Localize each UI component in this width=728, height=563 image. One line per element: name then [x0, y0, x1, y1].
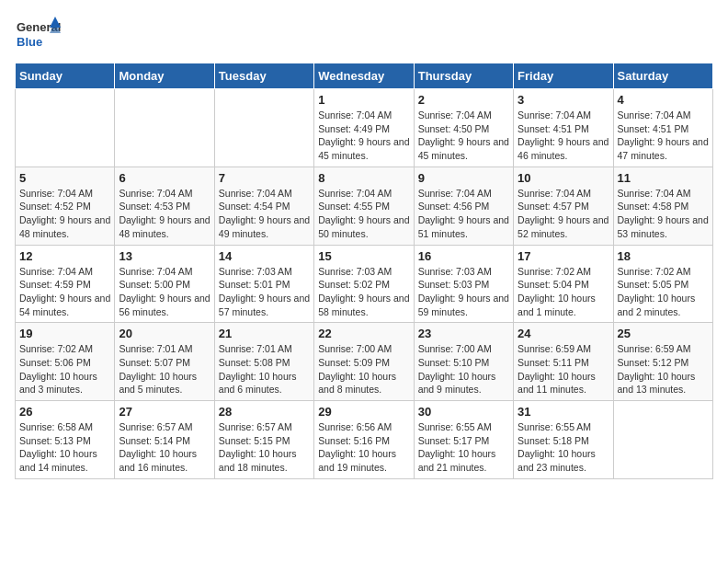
day-number: 21	[219, 327, 310, 340]
day-number: 25	[618, 327, 709, 340]
calendar-week-row: 26 Sunrise: 6:58 AM Sunset: 5:13 PM Dayl…	[16, 401, 713, 479]
day-detail: Sunrise: 7:04 AM Sunset: 4:56 PM Dayligh…	[418, 187, 509, 241]
day-number: 27	[119, 405, 210, 419]
calendar-cell: 20 Sunrise: 7:01 AM Sunset: 5:07 PM Dayl…	[115, 323, 214, 401]
calendar-cell: 14 Sunrise: 7:03 AM Sunset: 5:01 PM Dayl…	[214, 245, 313, 323]
day-number: 13	[119, 249, 210, 263]
day-detail: Sunrise: 7:04 AM Sunset: 4:51 PM Dayligh…	[518, 109, 609, 163]
day-number: 7	[219, 171, 310, 185]
day-number: 2	[418, 93, 509, 107]
calendar-cell: 27 Sunrise: 6:57 AM Sunset: 5:14 PM Dayl…	[115, 401, 214, 479]
weekday-header: Wednesday	[314, 63, 414, 89]
calendar-cell: 16 Sunrise: 7:03 AM Sunset: 5:03 PM Dayl…	[414, 245, 513, 323]
day-detail: Sunrise: 7:01 AM Sunset: 5:08 PM Dayligh…	[219, 342, 310, 396]
day-detail: Sunrise: 7:04 AM Sunset: 4:58 PM Dayligh…	[618, 187, 709, 241]
calendar-cell: 5 Sunrise: 7:04 AM Sunset: 4:52 PM Dayli…	[16, 167, 115, 245]
calendar-table: SundayMondayTuesdayWednesdayThursdayFrid…	[15, 63, 713, 479]
day-detail: Sunrise: 7:04 AM Sunset: 4:49 PM Dayligh…	[318, 109, 409, 163]
day-detail: Sunrise: 7:04 AM Sunset: 4:54 PM Dayligh…	[219, 187, 310, 241]
day-detail: Sunrise: 7:00 AM Sunset: 5:10 PM Dayligh…	[418, 342, 509, 396]
day-detail: Sunrise: 7:02 AM Sunset: 5:06 PM Dayligh…	[19, 342, 110, 396]
day-number: 4	[618, 93, 709, 107]
calendar-cell: 25 Sunrise: 6:59 AM Sunset: 5:12 PM Dayl…	[613, 323, 712, 401]
calendar-cell: 26 Sunrise: 6:58 AM Sunset: 5:13 PM Dayl…	[16, 401, 115, 479]
day-number: 8	[318, 171, 409, 185]
day-detail: Sunrise: 6:55 AM Sunset: 5:18 PM Dayligh…	[518, 420, 609, 475]
day-detail: Sunrise: 7:03 AM Sunset: 5:03 PM Dayligh…	[418, 265, 509, 319]
calendar-cell: 24 Sunrise: 6:59 AM Sunset: 5:11 PM Dayl…	[514, 323, 613, 401]
day-number: 24	[518, 327, 609, 340]
logo-svg: General Blue	[15, 15, 61, 52]
calendar-cell: 19 Sunrise: 7:02 AM Sunset: 5:06 PM Dayl…	[16, 323, 115, 401]
day-number: 22	[318, 327, 409, 340]
calendar-week-row: 5 Sunrise: 7:04 AM Sunset: 4:52 PM Dayli…	[16, 167, 713, 245]
weekday-header: Saturday	[613, 63, 712, 89]
day-detail: Sunrise: 6:55 AM Sunset: 5:17 PM Dayligh…	[418, 420, 509, 475]
day-detail: Sunrise: 7:04 AM Sunset: 4:57 PM Dayligh…	[518, 187, 609, 241]
day-detail: Sunrise: 6:57 AM Sunset: 5:15 PM Dayligh…	[219, 420, 310, 475]
day-detail: Sunrise: 7:04 AM Sunset: 4:51 PM Dayligh…	[618, 109, 709, 163]
day-number: 31	[518, 405, 609, 419]
day-number: 15	[318, 249, 409, 263]
calendar-cell: 21 Sunrise: 7:01 AM Sunset: 5:08 PM Dayl…	[214, 323, 313, 401]
calendar-cell: 6 Sunrise: 7:04 AM Sunset: 4:53 PM Dayli…	[115, 167, 214, 245]
day-detail: Sunrise: 7:04 AM Sunset: 4:52 PM Dayligh…	[19, 187, 110, 241]
day-detail: Sunrise: 7:03 AM Sunset: 5:02 PM Dayligh…	[318, 265, 409, 319]
calendar-header-row: SundayMondayTuesdayWednesdayThursdayFrid…	[16, 63, 713, 89]
calendar-cell: 28 Sunrise: 6:57 AM Sunset: 5:15 PM Dayl…	[214, 401, 313, 479]
day-detail: Sunrise: 7:03 AM Sunset: 5:01 PM Dayligh…	[219, 265, 310, 319]
calendar-cell	[214, 89, 313, 167]
calendar-cell: 12 Sunrise: 7:04 AM Sunset: 4:59 PM Dayl…	[16, 245, 115, 323]
day-number: 16	[418, 249, 509, 263]
calendar-cell: 29 Sunrise: 6:56 AM Sunset: 5:16 PM Dayl…	[314, 401, 414, 479]
calendar-cell: 18 Sunrise: 7:02 AM Sunset: 5:05 PM Dayl…	[613, 245, 712, 323]
day-number: 17	[518, 249, 609, 263]
day-number: 6	[119, 171, 210, 185]
day-number: 30	[418, 405, 509, 419]
day-number: 3	[518, 93, 609, 107]
day-detail: Sunrise: 6:57 AM Sunset: 5:14 PM Dayligh…	[119, 420, 210, 475]
calendar-cell: 17 Sunrise: 7:02 AM Sunset: 5:04 PM Dayl…	[514, 245, 613, 323]
day-detail: Sunrise: 7:02 AM Sunset: 5:05 PM Dayligh…	[618, 265, 709, 319]
day-number: 29	[318, 405, 409, 419]
day-detail: Sunrise: 6:59 AM Sunset: 5:12 PM Dayligh…	[618, 342, 709, 396]
day-detail: Sunrise: 7:02 AM Sunset: 5:04 PM Dayligh…	[518, 265, 609, 319]
weekday-header: Friday	[514, 63, 613, 89]
day-number: 14	[219, 249, 310, 263]
page-header: General Blue	[15, 15, 713, 52]
day-number: 11	[618, 171, 709, 185]
day-number: 23	[418, 327, 509, 340]
calendar-cell: 3 Sunrise: 7:04 AM Sunset: 4:51 PM Dayli…	[514, 89, 613, 167]
calendar-cell: 15 Sunrise: 7:03 AM Sunset: 5:02 PM Dayl…	[314, 245, 414, 323]
calendar-cell	[115, 89, 214, 167]
day-detail: Sunrise: 6:59 AM Sunset: 5:11 PM Dayligh…	[518, 342, 609, 396]
calendar-cell: 23 Sunrise: 7:00 AM Sunset: 5:10 PM Dayl…	[414, 323, 513, 401]
calendar-cell: 2 Sunrise: 7:04 AM Sunset: 4:50 PM Dayli…	[414, 89, 513, 167]
day-number: 28	[219, 405, 310, 419]
day-detail: Sunrise: 7:04 AM Sunset: 4:55 PM Dayligh…	[318, 187, 409, 241]
calendar-cell: 13 Sunrise: 7:04 AM Sunset: 5:00 PM Dayl…	[115, 245, 214, 323]
calendar-cell: 8 Sunrise: 7:04 AM Sunset: 4:55 PM Dayli…	[314, 167, 414, 245]
day-number: 5	[19, 171, 110, 185]
day-number: 18	[618, 249, 709, 263]
calendar-cell: 22 Sunrise: 7:00 AM Sunset: 5:09 PM Dayl…	[314, 323, 414, 401]
day-detail: Sunrise: 7:04 AM Sunset: 4:53 PM Dayligh…	[119, 187, 210, 241]
day-number: 10	[518, 171, 609, 185]
day-detail: Sunrise: 6:56 AM Sunset: 5:16 PM Dayligh…	[318, 420, 409, 475]
weekday-header: Monday	[115, 63, 214, 89]
calendar-cell: 9 Sunrise: 7:04 AM Sunset: 4:56 PM Dayli…	[414, 167, 513, 245]
day-number: 19	[19, 327, 110, 340]
calendar-cell: 4 Sunrise: 7:04 AM Sunset: 4:51 PM Dayli…	[613, 89, 712, 167]
day-number: 12	[19, 249, 110, 263]
day-detail: Sunrise: 7:00 AM Sunset: 5:09 PM Dayligh…	[318, 342, 409, 396]
day-detail: Sunrise: 7:04 AM Sunset: 4:50 PM Dayligh…	[418, 109, 509, 163]
calendar-week-row: 1 Sunrise: 7:04 AM Sunset: 4:49 PM Dayli…	[16, 89, 713, 167]
calendar-week-row: 19 Sunrise: 7:02 AM Sunset: 5:06 PM Dayl…	[16, 323, 713, 401]
day-detail: Sunrise: 6:58 AM Sunset: 5:13 PM Dayligh…	[19, 420, 110, 475]
day-detail: Sunrise: 7:01 AM Sunset: 5:07 PM Dayligh…	[119, 342, 210, 396]
calendar-cell: 11 Sunrise: 7:04 AM Sunset: 4:58 PM Dayl…	[613, 167, 712, 245]
calendar-cell	[16, 89, 115, 167]
weekday-header: Thursday	[414, 63, 513, 89]
calendar-cell: 7 Sunrise: 7:04 AM Sunset: 4:54 PM Dayli…	[214, 167, 313, 245]
day-detail: Sunrise: 7:04 AM Sunset: 4:59 PM Dayligh…	[19, 265, 110, 319]
